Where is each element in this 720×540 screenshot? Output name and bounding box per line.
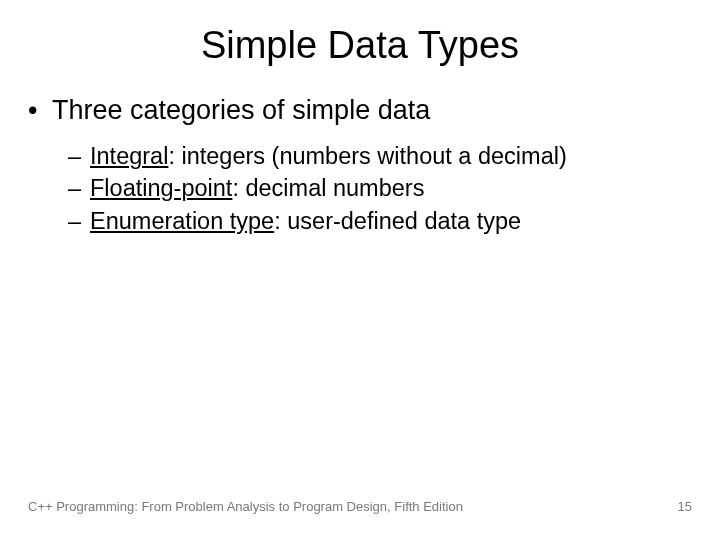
bullet-level1: • Three categories of simple data xyxy=(28,95,692,126)
slide: Simple Data Types • Three categories of … xyxy=(0,0,720,540)
dash-icon: – xyxy=(68,205,90,237)
page-number: 15 xyxy=(678,499,692,514)
dash-icon: – xyxy=(68,140,90,172)
term-description: : integers (numbers without a decimal) xyxy=(168,143,566,169)
footer-text: C++ Programming: From Problem Analysis t… xyxy=(28,499,463,514)
term-underline: Integral xyxy=(90,143,168,169)
bullet-level2-text: Floating-point: decimal numbers xyxy=(90,172,424,204)
bullet-level1-text: Three categories of simple data xyxy=(52,95,430,126)
bullet-icon: • xyxy=(28,95,52,126)
footer: C++ Programming: From Problem Analysis t… xyxy=(28,499,692,514)
bullet-level2: – Integral: integers (numbers without a … xyxy=(28,140,692,172)
term-description: : decimal numbers xyxy=(232,175,424,201)
term-underline: Enumeration type xyxy=(90,208,274,234)
bullet-level2: – Enumeration type: user-defined data ty… xyxy=(28,205,692,237)
term-description: : user-defined data type xyxy=(274,208,521,234)
bullet-level2-text: Enumeration type: user-defined data type xyxy=(90,205,521,237)
bullet-level2: – Floating-point: decimal numbers xyxy=(28,172,692,204)
bullet-level2-text: Integral: integers (numbers without a de… xyxy=(90,140,567,172)
slide-body: • Three categories of simple data – Inte… xyxy=(0,95,720,237)
dash-icon: – xyxy=(68,172,90,204)
term-underline: Floating-point xyxy=(90,175,232,201)
slide-title: Simple Data Types xyxy=(0,0,720,95)
